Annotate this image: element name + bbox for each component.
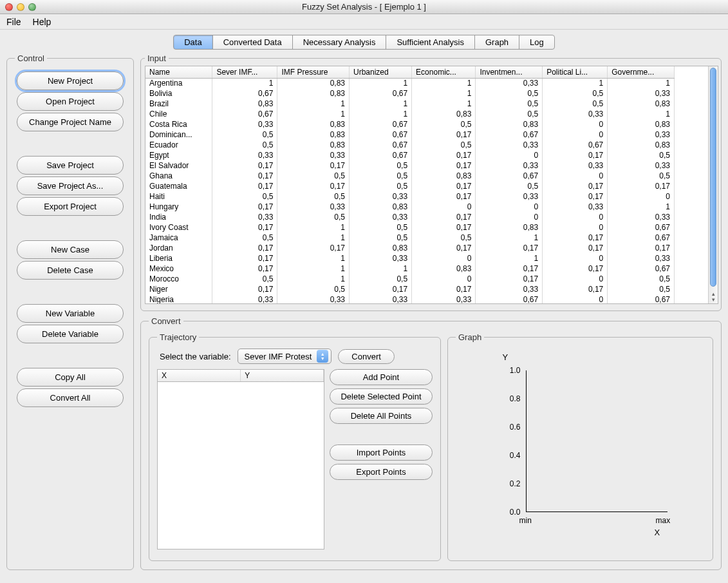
cell-value[interactable]: 0,17 (412, 150, 476, 160)
cell-value[interactable]: 0,17 (543, 243, 608, 253)
table-row[interactable]: El Salvador0,170,170,50,170,330,330,33 (145, 160, 675, 171)
cell-value[interactable]: 0,83 (277, 129, 350, 140)
save-project-as-button[interactable]: Save Project As... (17, 177, 124, 195)
cell-value[interactable]: 0,5 (476, 88, 543, 99)
cell-value[interactable]: 0,17 (543, 233, 608, 243)
cell-value[interactable]: 0,17 (476, 263, 543, 274)
input-col-header[interactable]: Political Li... (543, 66, 608, 78)
cell-value[interactable]: 0,67 (212, 88, 277, 99)
cell-value[interactable]: 0,17 (412, 191, 476, 202)
cell-value[interactable]: 0,67 (608, 263, 675, 274)
cell-value[interactable]: 0,17 (543, 284, 608, 294)
cell-value[interactable]: 0 (412, 253, 476, 263)
table-row[interactable]: Bolivia0,670,830,6710,50,50,33 (145, 88, 675, 99)
cell-value[interactable]: 0,33 (608, 129, 675, 140)
table-row[interactable]: Ecuador0,50,830,670,50,330,670,83 (145, 140, 675, 150)
input-col-header[interactable]: Sever IMF... (212, 66, 277, 78)
cell-value[interactable]: 0,17 (412, 160, 476, 171)
cell-value[interactable]: 0,83 (277, 78, 350, 88)
cell-value[interactable]: 0,33 (277, 202, 350, 212)
cell-value[interactable]: 0,83 (277, 88, 350, 99)
scrollbar-arrows-icon[interactable]: ▴▾ (709, 291, 718, 303)
cell-value[interactable]: 0 (543, 253, 608, 263)
cell-value[interactable]: 0,67 (350, 129, 412, 140)
cell-value[interactable]: 0,5 (476, 181, 543, 191)
cell-value[interactable]: 0,17 (543, 191, 608, 202)
cell-value[interactable]: 0,17 (212, 284, 277, 294)
cell-value[interactable]: 0,33 (608, 88, 675, 99)
new-project-button[interactable]: New Project (17, 72, 124, 90)
cell-value[interactable]: 0 (543, 294, 608, 303)
cell-value[interactable]: 1 (277, 99, 350, 109)
cell-value[interactable]: 0,67 (608, 294, 675, 303)
cell-value[interactable]: 0 (476, 212, 543, 222)
input-col-header[interactable]: Governme... (608, 66, 675, 78)
cell-value[interactable]: 0,33 (543, 109, 608, 119)
cell-value[interactable]: 1 (350, 78, 412, 88)
cell-value[interactable]: 1 (277, 109, 350, 119)
cell-name[interactable]: Guatemala (145, 181, 212, 191)
table-row[interactable]: Guatemala0,170,170,50,170,50,170,17 (145, 181, 675, 191)
cell-value[interactable]: 0,33 (212, 119, 277, 129)
cell-value[interactable]: 0,33 (476, 284, 543, 294)
table-row[interactable]: Ghana0,170,50,50,830,6700,5 (145, 171, 675, 181)
input-table[interactable]: NameSever IMF...IMF PressureUrbanizedEco… (145, 66, 675, 303)
cell-value[interactable]: 1 (543, 78, 608, 88)
cell-name[interactable]: Nigeria (145, 294, 212, 303)
change-project-name-button[interactable]: Change Project Name (17, 113, 124, 131)
add-point-button[interactable]: Add Point (330, 369, 433, 385)
cell-name[interactable]: Niger (145, 284, 212, 294)
cell-value[interactable]: 0,5 (277, 171, 350, 181)
cell-value[interactable]: 0,33 (608, 253, 675, 263)
cell-name[interactable]: Chile (145, 109, 212, 119)
cell-value[interactable]: 0,17 (212, 171, 277, 181)
cell-value[interactable]: 0,5 (350, 181, 412, 191)
cell-name[interactable]: Mexico (145, 263, 212, 274)
cell-value[interactable]: 0,5 (212, 274, 277, 284)
menu-help[interactable]: Help (33, 17, 51, 27)
variable-select[interactable]: Sever IMF Protest ▲▼ (238, 349, 332, 364)
cell-value[interactable]: 0,17 (277, 160, 350, 171)
cell-value[interactable]: 0,67 (476, 171, 543, 181)
convert-button[interactable]: Convert (338, 349, 395, 364)
cell-value[interactable]: 0,83 (476, 119, 543, 129)
cell-value[interactable]: 0 (543, 119, 608, 129)
cell-name[interactable]: Hungary (145, 202, 212, 212)
cell-value[interactable]: 0,17 (608, 243, 675, 253)
cell-value[interactable]: 0,5 (212, 233, 277, 243)
cell-value[interactable]: 0,83 (412, 171, 476, 181)
cell-value[interactable]: 0,17 (350, 284, 412, 294)
cell-value[interactable]: 0,17 (277, 181, 350, 191)
table-row[interactable]: Dominican...0,50,830,670,170,6700,33 (145, 129, 675, 140)
cell-value[interactable]: 0,33 (608, 212, 675, 222)
export-project-button[interactable]: Export Project (17, 197, 124, 216)
cell-value[interactable]: 0,5 (350, 222, 412, 233)
delete-variable-button[interactable]: Delete Variable (17, 325, 124, 343)
cell-value[interactable]: 0 (412, 202, 476, 212)
cell-name[interactable]: Brazil (145, 99, 212, 109)
input-col-header[interactable]: Economic... (412, 66, 476, 78)
cell-value[interactable]: 0,83 (476, 222, 543, 233)
table-row[interactable]: Jamaica0,510,50,510,170,67 (145, 233, 675, 243)
cell-value[interactable]: 1 (212, 78, 277, 88)
cell-value[interactable]: 0,83 (350, 202, 412, 212)
delete-case-button[interactable]: Delete Case (17, 261, 124, 280)
cell-name[interactable]: Argentina (145, 78, 212, 88)
cell-name[interactable]: Jamaica (145, 233, 212, 243)
table-row[interactable]: Argentina10,83110,3311 (145, 78, 675, 88)
table-row[interactable]: Jordan0,170,170,830,170,170,170,17 (145, 243, 675, 253)
table-row[interactable]: India0,330,50,330,17000,33 (145, 212, 675, 222)
cell-value[interactable]: 0,5 (277, 212, 350, 222)
cell-value[interactable]: 0 (543, 171, 608, 181)
cell-value[interactable]: 0,5 (608, 274, 675, 284)
cell-value[interactable]: 0,83 (608, 99, 675, 109)
cell-value[interactable]: 0,5 (412, 233, 476, 243)
cell-value[interactable]: 0,5 (277, 284, 350, 294)
cell-value[interactable]: 0,17 (212, 160, 277, 171)
cell-value[interactable]: 1 (412, 78, 476, 88)
input-col-header[interactable]: Urbanized (350, 66, 412, 78)
cell-name[interactable]: Liberia (145, 253, 212, 263)
new-case-button[interactable]: New Case (17, 240, 124, 259)
cell-value[interactable]: 0,33 (543, 202, 608, 212)
convert-all-button[interactable]: Convert All (17, 388, 124, 407)
